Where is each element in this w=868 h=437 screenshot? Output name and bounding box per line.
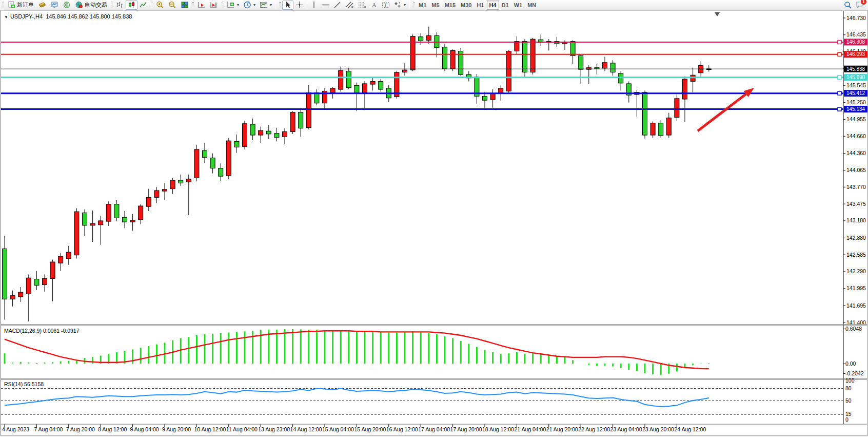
- tile-windows-button[interactable]: [179, 1, 191, 10]
- svg-text:146.093: 146.093: [846, 51, 865, 57]
- line-chart-button[interactable]: [137, 1, 149, 10]
- toolbar-grip[interactable]: [413, 2, 415, 8]
- timeframe-M30[interactable]: M30: [458, 1, 474, 10]
- dropdown-caret: ▾: [270, 3, 272, 7]
- candlestick-chart-icon: [128, 1, 135, 9]
- trendline-icon: [333, 1, 341, 9]
- vertical-line-icon: [311, 1, 317, 9]
- svg-text:16 Aug 12:00: 16 Aug 12:00: [386, 426, 418, 432]
- svg-text:144.065: 144.065: [846, 167, 866, 173]
- svg-text:142.880: 142.880: [846, 235, 866, 241]
- timeframe-M15[interactable]: M15: [442, 1, 458, 10]
- cursor-tool-button[interactable]: [282, 1, 293, 10]
- clock-icon: [243, 1, 251, 9]
- svg-text:4 Aug 2023: 4 Aug 2023: [2, 426, 29, 432]
- tile-windows-icon: [181, 1, 189, 9]
- line-chart-icon: [140, 1, 147, 9]
- toolbar-right: 1: [844, 1, 867, 10]
- zoom-in-button[interactable]: [154, 1, 166, 10]
- timeframe-MN[interactable]: MN: [525, 1, 539, 10]
- text-tool-button[interactable]: A: [369, 1, 380, 10]
- arrows-tool-button[interactable]: ▾: [392, 1, 408, 10]
- crosshair-tool-button[interactable]: [293, 1, 305, 10]
- toolbar-grip[interactable]: [3, 2, 4, 8]
- equidistant-channel-icon: E: [345, 1, 354, 9]
- vertical-line-tool-button[interactable]: [309, 1, 319, 10]
- svg-text:15 Aug 04:00: 15 Aug 04:00: [322, 426, 354, 432]
- auto-scroll-button[interactable]: [195, 1, 208, 10]
- timeframe-H1[interactable]: H1: [474, 1, 486, 10]
- candlestick-chart-button[interactable]: [126, 1, 137, 10]
- trendline-tool-button[interactable]: [331, 1, 343, 10]
- svg-text:24 Aug 12:00: 24 Aug 12:00: [674, 426, 706, 432]
- svg-text:141.695: 141.695: [846, 302, 866, 309]
- autotrading-icon: [75, 1, 83, 9]
- timeframe-D1[interactable]: D1: [499, 1, 511, 10]
- horizontal-line-icon: [321, 1, 329, 9]
- toolbar-grip[interactable]: [151, 2, 152, 8]
- market-watch-button[interactable]: [36, 1, 48, 10]
- timeframe-H4[interactable]: H4: [487, 1, 499, 10]
- svg-text:-0.2042: -0.2042: [845, 370, 864, 376]
- toolbar-grip[interactable]: [111, 2, 112, 8]
- search-icon[interactable]: [844, 1, 852, 9]
- svg-text:F: F: [364, 6, 366, 9]
- svg-text:9 Aug 20:00: 9 Aug 20:00: [162, 426, 191, 432]
- indicators-icon: [227, 1, 235, 9]
- svg-text:T: T: [384, 3, 387, 8]
- svg-text:143.770: 143.770: [846, 184, 866, 190]
- timeframe-M5[interactable]: M5: [429, 1, 442, 10]
- toolbar-grip[interactable]: [279, 2, 281, 8]
- svg-text:144.660: 144.660: [846, 133, 866, 139]
- horizontal-line-tool-button[interactable]: [319, 1, 331, 10]
- svg-text:145.838: 145.838: [846, 66, 865, 72]
- zoom-out-button[interactable]: [166, 1, 179, 10]
- svg-text:141.995: 141.995: [846, 285, 866, 291]
- cursor-icon: [284, 1, 291, 9]
- svg-text:142.290: 142.290: [846, 268, 866, 274]
- svg-text:11 Aug 04:00: 11 Aug 04:00: [226, 426, 258, 432]
- toolbar-grip[interactable]: [222, 2, 223, 8]
- svg-text:0.00: 0.00: [845, 360, 856, 367]
- svg-text:23 Aug 20:00: 23 Aug 20:00: [642, 426, 674, 432]
- indicators-button[interactable]: ▾: [225, 1, 241, 10]
- timeframe-group: M1M5M15M30H1H4D1W1MN: [416, 1, 539, 10]
- auto-scroll-icon: [198, 1, 206, 9]
- zoom-out-icon: [168, 1, 176, 9]
- svg-text:18 Aug 12:00: 18 Aug 12:00: [482, 426, 514, 432]
- svg-text:0: 0: [845, 416, 849, 423]
- equidistant-channel-tool-button[interactable]: E: [343, 1, 356, 10]
- text-label-tool-button[interactable]: T: [380, 1, 392, 10]
- svg-text:10 Aug 12:00: 10 Aug 12:00: [194, 426, 226, 432]
- timeframe-M1[interactable]: M1: [416, 1, 429, 10]
- timeframe-W1[interactable]: W1: [511, 1, 525, 10]
- svg-text:144.955: 144.955: [846, 116, 866, 122]
- svg-text:145.412: 145.412: [846, 90, 865, 96]
- chart-shift-button[interactable]: [208, 1, 220, 10]
- toolbar-grip[interactable]: [192, 2, 194, 8]
- svg-text:17 Aug 04:00: 17 Aug 04:00: [418, 426, 450, 432]
- zoom-in-icon: [156, 1, 164, 9]
- periods-button[interactable]: ▾: [241, 1, 258, 10]
- toolbar-separator: [307, 1, 307, 9]
- svg-text:9 Aug 04:00: 9 Aug 04:00: [130, 426, 159, 432]
- sounds-button[interactable]: [61, 1, 73, 10]
- bar-chart-button[interactable]: [114, 1, 126, 10]
- notifications-button[interactable]: 1: [855, 1, 864, 10]
- svg-text:A: A: [372, 2, 377, 9]
- data-window-button[interactable]: [48, 1, 61, 10]
- svg-text:17 Aug 20:00: 17 Aug 20:00: [450, 426, 482, 432]
- text-icon: A: [371, 1, 378, 9]
- new-order-button[interactable]: 新订单: [6, 1, 36, 10]
- svg-text:14 Aug 12:00: 14 Aug 12:00: [290, 426, 322, 432]
- toolbar-separator: [275, 1, 276, 9]
- chart-canvas[interactable]: 146.730146.435146.140145.845145.545145.2…: [0, 10, 868, 437]
- dropdown-caret: ▾: [404, 3, 406, 7]
- sonar-icon: [63, 1, 71, 9]
- templates-button[interactable]: ▾: [258, 1, 274, 10]
- fibonacci-tool-button[interactable]: F: [356, 1, 369, 10]
- autotrading-button[interactable]: 自动交易: [73, 1, 109, 10]
- svg-text:0.6048: 0.6048: [845, 326, 862, 332]
- svg-text:21 Aug 20:00: 21 Aug 20:00: [546, 426, 578, 432]
- chart-window[interactable]: 146.730146.435146.140145.845145.545145.2…: [0, 10, 868, 437]
